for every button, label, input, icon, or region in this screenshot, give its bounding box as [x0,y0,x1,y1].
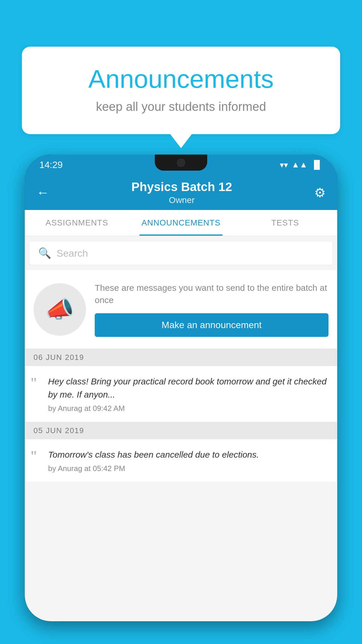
date-separator-1: 06 JUN 2019 [25,349,337,366]
wifi-icon: ▾▾ [280,160,288,170]
phone-frame: 14:29 ▾▾ ▲▲ ▐▌ ← Physics Batch 12 Owner … [25,155,337,621]
prompt-description: These are messages you want to send to t… [95,282,328,306]
speech-bubble-subtitle: keep all your students informed [45,100,317,114]
battery-icon: ▐▌ [311,160,323,169]
phone-notch [155,155,207,171]
signal-icon: ▲▲ [291,160,307,169]
tabs-bar: ASSIGNMENTS ANNOUNCEMENTS TESTS [25,210,337,236]
search-placeholder: Search [57,248,88,259]
header-title-group: Physics Batch 12 Owner [131,180,232,205]
content-area: 🔍 Search 📣 These are messages you want t… [25,236,337,621]
announcement-meta-2: by Anurag at 05:42 PM [48,464,328,473]
speech-bubble-title: Announcements [45,64,317,94]
tab-announcements[interactable]: ANNOUNCEMENTS [129,210,233,236]
header-subtitle: Owner [131,195,232,205]
prompt-right: These are messages you want to send to t… [95,282,328,337]
announcement-content-2: Tomorrow's class has been cancelled due … [48,448,328,473]
announcement-item-1: " Hey class! Bring your practical record… [25,366,337,422]
megaphone-circle: 📣 [34,283,86,336]
tab-tests[interactable]: TESTS [233,210,337,236]
announcement-prompt: 📣 These are messages you want to send to… [25,270,337,349]
status-time: 14:29 [39,160,63,170]
status-icons: ▾▾ ▲▲ ▐▌ [280,160,323,170]
phone-mockup: 14:29 ▾▾ ▲▲ ▐▌ ← Physics Batch 12 Owner … [25,155,337,644]
announcement-text-2: Tomorrow's class has been cancelled due … [48,448,328,461]
announcement-content-1: Hey class! Bring your practical record b… [48,375,328,413]
phone-camera [177,159,185,167]
back-button[interactable]: ← [36,185,49,200]
quote-icon-1: " [31,375,42,389]
announcement-meta-1: by Anurag at 09:42 AM [48,404,328,413]
settings-button[interactable]: ⚙ [314,185,326,200]
date-separator-2: 05 JUN 2019 [25,422,337,439]
megaphone-icon: 📣 [45,296,74,323]
app-header: ← Physics Batch 12 Owner ⚙ [25,175,337,210]
make-announcement-button[interactable]: Make an announcement [95,313,328,337]
tab-assignments[interactable]: ASSIGNMENTS [25,210,129,236]
header-title: Physics Batch 12 [131,180,232,194]
speech-bubble-container: Announcements keep all your students inf… [22,47,340,134]
announcement-text-1: Hey class! Bring your practical record b… [48,375,328,401]
search-icon: 🔍 [38,247,51,259]
announcement-item-2: " Tomorrow's class has been cancelled du… [25,439,337,482]
quote-icon-2: " [31,448,42,463]
search-bar[interactable]: 🔍 Search [29,242,333,265]
speech-bubble: Announcements keep all your students inf… [22,47,340,134]
